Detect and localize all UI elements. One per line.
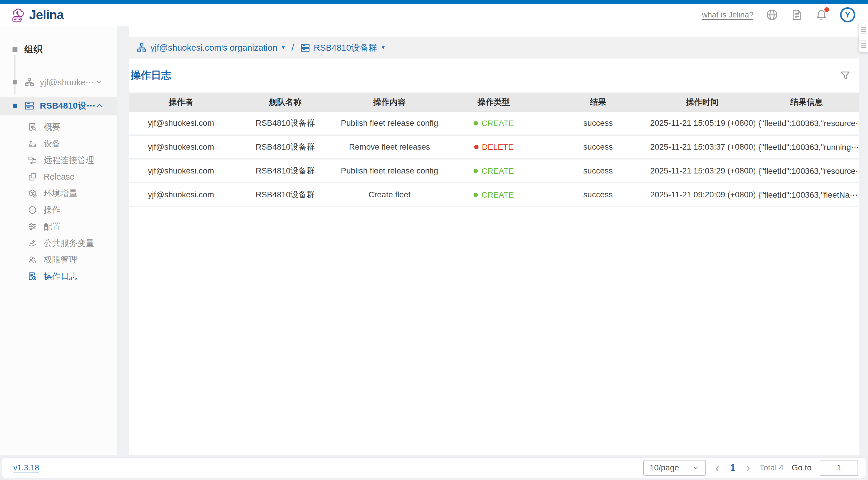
sidebar-item-label: 概要 [43, 121, 61, 133]
minimap-line [861, 46, 866, 46]
table-row[interactable]: yjf@shuokesi.com RSB4810设备群 Remove fleet… [129, 136, 859, 159]
sidebar-item-remote-connection[interactable]: 远程连接管理 [0, 152, 117, 169]
sidebar-submenu: 概要 设备 远程连接管理 [0, 119, 117, 285]
minimap-line [861, 40, 866, 40]
cell-operator: yjf@shuokesi.com [129, 142, 233, 152]
sidebar-item-env-increment[interactable]: 环境增量 [0, 185, 117, 202]
minimap-line [861, 41, 866, 42]
app-logo[interactable]: Jelina [9, 6, 64, 23]
sidebar-item-configuration[interactable]: 配置 [0, 218, 117, 235]
col-header-fleet-name: 舰队名称 [233, 97, 337, 108]
operation-type-badge: CREATE [473, 167, 514, 176]
top-accent-bar [0, 0, 868, 4]
total-count-label: Total 4 [760, 463, 784, 473]
tree-bullet [13, 103, 17, 108]
col-header-operator: 操作者 [129, 97, 233, 108]
next-page-button[interactable]: › [745, 462, 751, 474]
cell-fleet: RSB4810设备群 [233, 118, 337, 129]
cell-operator: yjf@shuokesi.com [129, 166, 233, 176]
user-avatar[interactable]: Y [840, 7, 855, 22]
logo-text: Jelina [29, 7, 64, 22]
sidebar-item-operations[interactable]: 操作 [0, 202, 117, 218]
minimap-line [861, 43, 866, 44]
sidebar-item-permissions[interactable]: 权限管理 [0, 251, 117, 268]
sidebar-fleet-label: RSB4810设⋯ [40, 100, 95, 112]
prev-page-button[interactable]: ‹ [714, 462, 720, 474]
sidebar-item-label: 操作 [43, 204, 61, 216]
tree-bullet [13, 80, 17, 84]
cell-message[interactable]: {"fleetId":100363,"running⋯ [754, 142, 859, 152]
sitemap-icon [24, 77, 35, 87]
minimap-line [861, 33, 866, 33]
device-icon [28, 139, 37, 148]
sidebar-node-organization[interactable]: 组织 [0, 42, 117, 57]
col-header-result: 结果 [546, 97, 650, 108]
ellipsis-circle-icon [28, 205, 37, 215]
breadcrumb-fleet-label: RSB4810设备群 [314, 42, 377, 54]
operation-type-badge: CREATE [473, 119, 514, 128]
right-edge-minimap-widget[interactable] [859, 21, 868, 52]
cell-result: success [546, 190, 650, 200]
main-content: yjf@shuokesi.com's organization ▼ / RSB4… [129, 26, 859, 455]
chevron-down-icon[interactable] [95, 78, 103, 86]
chevron-up-icon[interactable] [95, 101, 104, 110]
sidebar-item-label: 配置 [43, 221, 61, 233]
operation-log-table: 操作者 舰队名称 操作内容 操作类型 结果 操作时间 结果信息 yjf@shuo… [129, 93, 859, 207]
cell-message[interactable]: {"fleetId":100363,"resource⋯ [754, 118, 859, 128]
document-icon[interactable] [790, 9, 803, 21]
sidebar-item-public-service-vars[interactable]: 公共服务变量 [0, 235, 117, 251]
page-title-row: 操作日志 [129, 68, 859, 82]
hand-sparkle-icon [28, 238, 37, 248]
cell-time: 2025-11-21 09:20:09 (+0800) [650, 190, 754, 200]
minimap-line [861, 26, 866, 26]
help-link[interactable]: what is Jelina? [702, 10, 753, 20]
sidebar-item-overview[interactable]: 概要 [0, 119, 117, 136]
language-globe-icon[interactable] [766, 8, 778, 21]
sidebar-root-label: 组织 [25, 43, 42, 56]
cube-plus-icon [28, 189, 37, 198]
sidebar-node-fleet[interactable]: RSB4810设⋯ [0, 97, 117, 115]
cell-content: Publish fleet release config [337, 118, 441, 128]
breadcrumb-organization[interactable]: yjf@shuokesi.com's organization ▼ [136, 42, 286, 53]
minimap-line [861, 47, 866, 48]
cell-message[interactable]: {"fleetId":100363,"fleetNa⋯ [754, 190, 859, 200]
cell-operator: yjf@shuokesi.com [129, 118, 233, 128]
cell-content: Publish fleet release config [337, 166, 441, 176]
sidebar-item-label: Release [43, 172, 74, 182]
cell-message[interactable]: {"fleetId":100363,"resource⋯ [754, 166, 859, 176]
table-row[interactable]: yjf@shuokesi.com RSB4810设备群 Create fleet… [129, 183, 859, 207]
cell-time: 2025-11-21 15:05:19 (+0800) [650, 118, 754, 128]
col-header-content: 操作内容 [337, 97, 441, 108]
sidebar-node-org-account[interactable]: yjf@shuoke⋯ [0, 75, 117, 89]
users-icon [28, 255, 37, 265]
table-row[interactable]: yjf@shuokesi.com RSB4810设备群 Publish flee… [129, 112, 859, 136]
notification-bell-icon[interactable] [815, 8, 828, 21]
col-header-type: 操作类型 [441, 97, 546, 108]
version-link[interactable]: v1.3.18 [13, 463, 39, 473]
sidebar-item-label: 权限管理 [43, 254, 78, 266]
tree-bullet [12, 47, 18, 52]
cloud-logo-icon [9, 6, 27, 23]
table-header-row: 操作者 舰队名称 操作内容 操作类型 结果 操作时间 结果信息 [129, 93, 859, 112]
caret-down-icon: ▼ [381, 45, 386, 51]
release-icon [28, 172, 37, 182]
cell-result: success [546, 118, 650, 128]
table-row[interactable]: yjf@shuokesi.com RSB4810设备群 Publish flee… [129, 159, 859, 183]
caret-down-icon: ▼ [281, 45, 286, 51]
goto-label: Go to [792, 463, 812, 473]
sidebar-item-operation-logs[interactable]: 操作日志 [0, 268, 117, 285]
cell-result: success [546, 166, 650, 176]
breadcrumb-separator: / [291, 43, 294, 53]
operation-type-badge: DELETE [474, 143, 514, 152]
page-size-select[interactable]: 10/page [643, 460, 706, 476]
goto-page-input[interactable] [820, 460, 858, 476]
sliders-icon [28, 222, 37, 232]
minimap-highlight-line [861, 35, 866, 35]
filter-funnel-icon[interactable] [839, 69, 851, 81]
sidebar-item-devices[interactable]: 设备 [0, 136, 117, 152]
breadcrumb-fleet[interactable]: RSB4810设备群 ▼ [300, 42, 386, 54]
cell-fleet: RSB4810设备群 [233, 189, 337, 200]
sidebar-item-release[interactable]: Release [0, 169, 117, 185]
current-page-button[interactable]: 1 [728, 462, 737, 473]
breadcrumb-org-label: yjf@shuokesi.com's organization [150, 43, 277, 53]
